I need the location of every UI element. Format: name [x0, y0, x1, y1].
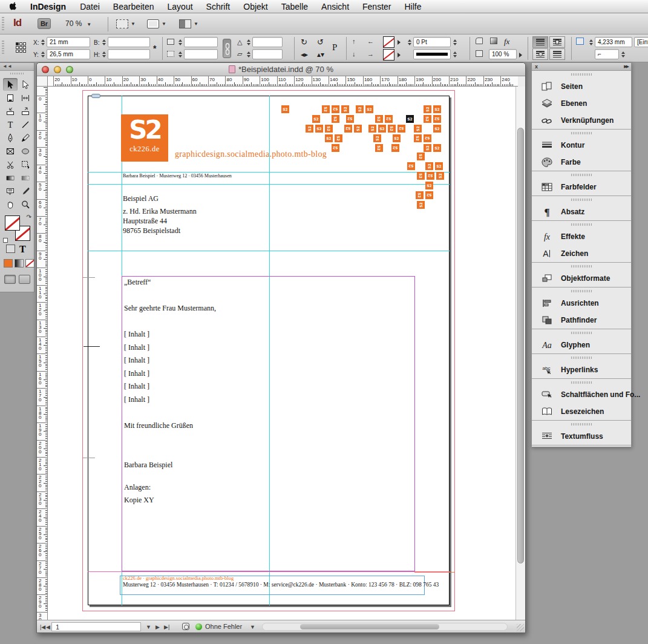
dock-item-bookmarks[interactable]: Lesezeichen	[532, 403, 631, 420]
fill-swatch[interactable]	[383, 49, 394, 61]
normal-mode-button[interactable]	[4, 275, 16, 284]
vertical-scrollbar[interactable]	[515, 87, 525, 621]
b-stepper[interactable]	[101, 37, 106, 47]
fill-swatch-arrow[interactable]	[398, 53, 401, 58]
drop-shadow-icon[interactable]	[476, 50, 483, 58]
select-next-icon[interactable]: →	[367, 50, 374, 58]
note-tool[interactable]	[3, 185, 18, 197]
page-number-field[interactable]: 1	[51, 622, 141, 631]
rotate-field[interactable]	[252, 49, 283, 59]
zoom-level-dropdown[interactable]: 70 %▼	[65, 19, 91, 28]
rect-frame-tool[interactable]	[3, 145, 18, 157]
horizontal-scrollbar-thumb[interactable]	[300, 624, 439, 629]
content-placer-tool[interactable]	[18, 105, 33, 117]
dock-item-swatches[interactable]: Farbfelder	[532, 179, 631, 196]
x-stepper[interactable]	[40, 37, 45, 47]
effects-fx-icon[interactable]: fx	[504, 37, 509, 47]
frame-fitting-icon[interactable]	[576, 38, 584, 46]
first-page-button[interactable]: |◀	[40, 624, 45, 630]
apply-gradient-button[interactable]	[15, 259, 24, 268]
dock-item-hyperlinks[interactable]: abcHyperlinks	[532, 361, 631, 378]
scale-x-field[interactable]	[184, 37, 218, 47]
constrain-scale-link[interactable]	[223, 39, 231, 58]
line-tool[interactable]	[18, 118, 33, 131]
stroke-weight-field[interactable]: 0 Pt	[413, 37, 451, 47]
opacity-field[interactable]: 100 %	[489, 49, 517, 59]
dock-expand-icon[interactable]: ▶▶	[624, 64, 628, 69]
select-content-icon[interactable]: ↓	[352, 50, 356, 58]
window-titlebar[interactable]: *Beispieldatei.indd @ 70 %	[37, 63, 525, 76]
pencil-tool[interactable]	[18, 131, 33, 144]
flip-vertical-icon[interactable]: ▴▾	[317, 50, 324, 59]
last-page-button[interactable]: ▶|	[164, 624, 169, 630]
ellipse-tool[interactable]	[18, 145, 33, 157]
select-container-icon[interactable]: ↑	[352, 38, 356, 45]
effects-gradient-icon[interactable]	[490, 38, 497, 45]
screen-mode-dropdown[interactable]: ▼	[147, 18, 166, 30]
resize-grip[interactable]	[517, 624, 524, 631]
palette-collapse[interactable]: ◄◄	[0, 63, 34, 71]
eyedropper-tool[interactable]	[18, 185, 33, 197]
bridge-button[interactable]: Br	[38, 18, 51, 29]
select-prev-icon[interactable]: ←	[367, 38, 374, 45]
menu-schrift[interactable]: Schrift	[200, 2, 237, 12]
swap-fill-stroke-icon[interactable]: ↷	[27, 214, 31, 220]
textwrap-none-button[interactable]	[532, 36, 548, 48]
menu-tabelle[interactable]: Tabelle	[275, 2, 315, 12]
gap-tool[interactable]	[18, 91, 33, 104]
rotate-cw-icon[interactable]: ↻	[301, 38, 307, 47]
apply-color-button[interactable]	[4, 259, 13, 268]
menu-ansicht[interactable]: Ansicht	[315, 2, 356, 12]
dock-item-color[interactable]: Farbe	[532, 154, 631, 171]
scale-y-field[interactable]	[184, 49, 218, 59]
dock-item-glyphs[interactable]: AaGlyphen	[532, 337, 631, 353]
selection-tool[interactable]	[3, 78, 18, 91]
hand-tool[interactable]	[3, 198, 18, 211]
direct-selection-tool[interactable]	[18, 78, 33, 91]
textwrap-object-button[interactable]	[532, 48, 548, 60]
free-transform-tool[interactable]	[18, 158, 33, 171]
textwrap-jump-button[interactable]	[549, 48, 565, 60]
fill-proxy[interactable]	[5, 215, 20, 231]
reference-point-proxy[interactable]	[16, 42, 28, 54]
scissors-tool[interactable]	[3, 158, 18, 171]
dock-item-character[interactable]: AZeichen	[532, 245, 631, 262]
h-stepper[interactable]	[101, 49, 106, 59]
pen-tool[interactable]	[3, 131, 18, 144]
menu-fenster[interactable]: Fenster	[356, 2, 398, 12]
rotate-ccw-icon[interactable]: ↺	[317, 38, 324, 47]
gradient-tool[interactable]	[3, 171, 18, 184]
dock-item-paragraph[interactable]: ¶Absatz	[532, 203, 631, 220]
object-style-dropdown[interactable]: [Einfach	[634, 37, 648, 47]
preflight-menu-icon[interactable]	[182, 623, 189, 630]
dock-item-effects[interactable]: fxEffekte	[532, 228, 631, 245]
apply-none-button[interactable]	[25, 259, 34, 268]
dock-item-buttons[interactable]: Schaltflächen und Fo...	[532, 386, 631, 403]
stroke-style-dropdown[interactable]	[413, 49, 451, 59]
menu-objekt[interactable]: Objekt	[237, 2, 274, 12]
formatting-container-button[interactable]	[6, 245, 15, 253]
flip-horizontal-icon[interactable]: ◂▸	[301, 50, 308, 59]
x-field[interactable]: 21 mm	[47, 37, 90, 47]
dock-item-pathfinder[interactable]: Pathfinder	[532, 312, 631, 329]
corner-options-icon[interactable]	[476, 38, 483, 45]
apple-icon[interactable]	[10, 2, 18, 11]
b-field[interactable]	[108, 37, 150, 47]
dock-item-layers[interactable]: Ebenen	[532, 95, 631, 112]
formatting-text-button[interactable]: T	[19, 244, 26, 255]
arrange-documents-dropdown[interactable]: ▼	[179, 18, 198, 30]
dock-close-icon[interactable]: x	[535, 64, 538, 70]
shear-field[interactable]	[252, 37, 283, 47]
constrain-dimensions-icon[interactable]: *	[153, 44, 156, 53]
next-page-button[interactable]: ▶	[155, 624, 160, 630]
dock-item-stroke[interactable]: Kontur	[532, 137, 631, 154]
page-dropdown[interactable]: ▼	[146, 624, 151, 630]
menu-hilfe[interactable]: Hilfe	[398, 2, 428, 12]
ruler-origin[interactable]	[37, 76, 48, 87]
view-options-dropdown[interactable]: ▼	[116, 18, 136, 30]
guide-horizontal-1[interactable]	[88, 172, 450, 172]
dock-item-pages[interactable]: Seiten	[532, 78, 631, 95]
zoom-tool[interactable]	[18, 198, 33, 211]
menu-datei[interactable]: Datei	[73, 2, 106, 12]
gradient-feather-tool[interactable]	[18, 171, 33, 184]
